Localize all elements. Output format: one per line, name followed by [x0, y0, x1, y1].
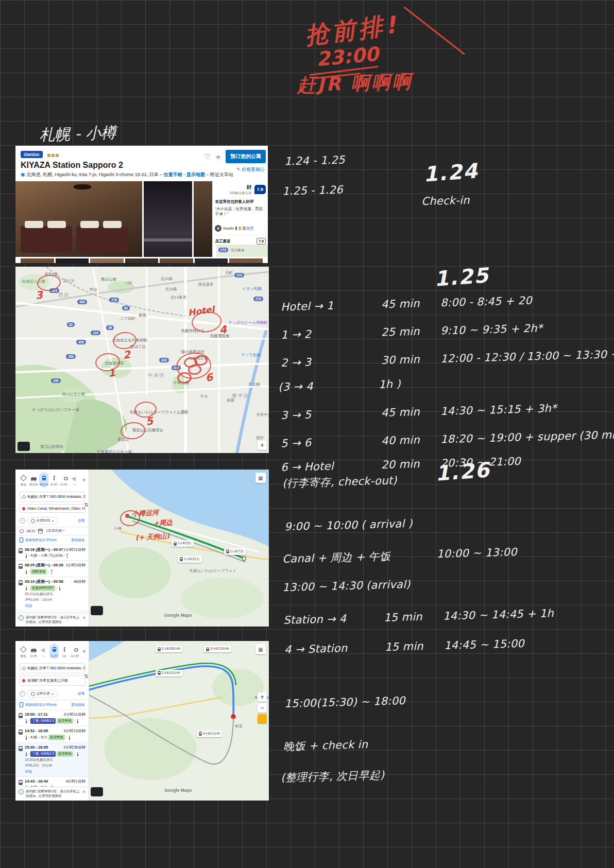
travel-mode-tab[interactable]: 2小时..	[60, 472, 69, 488]
price-match-link[interactable]: ✎ 价格更核心	[236, 166, 265, 173]
train-icon	[174, 542, 177, 546]
travel-mode-tab[interactable]: 1天	[60, 644, 69, 659]
options-link[interactable]: 选项	[78, 518, 84, 523]
origin-input[interactable]: 札幌站 日本〒060-0806 Hokkaido, Sap	[20, 663, 86, 673]
page-title: 札幌 - 小樽	[39, 122, 116, 146]
map-canvas[interactable]: 発寒6条宮の沢白色恋人公園農試公園八軒北24条元町環状通東イオン札幌琴似西区北1…	[15, 267, 269, 453]
map-label: さっぽろばんけいスキー場	[32, 407, 79, 412]
transit-route-option[interactable]: 08:26 (星期一) - 09:471小时21分钟 › 札幌～小樽: 円山経由…	[15, 545, 89, 561]
travel-mode-tab[interactable]: 11小时	[70, 644, 79, 659]
layers-icon[interactable]: ▦	[255, 473, 266, 483]
road-shield: 273	[218, 248, 228, 252]
transit-route-option[interactable]: 09:10 (星期一) - 09:5848分钟 › 快速AIRPORT › 09…	[15, 577, 89, 611]
street-view-pegman[interactable]	[258, 714, 267, 723]
route-duration-badge[interactable]: 1小时21分	[178, 556, 201, 563]
travel-mode-tab[interactable]: 3小时	[49, 644, 59, 659]
route-details-link[interactable]: 详情	[25, 603, 86, 609]
copy-link[interactable]: 复制链接	[71, 538, 84, 543]
road-shield: 453	[66, 354, 76, 359]
red-number-annotation: 4	[218, 323, 227, 337]
property-photo-main[interactable]	[15, 181, 142, 257]
mini-map[interactable]: 北13条東 273	[216, 245, 268, 257]
depart-time-value[interactable]: 08:20	[27, 529, 35, 533]
route-duration-badge[interactable]: 3小时13分钟	[204, 646, 231, 652]
options-link[interactable]: 选项	[78, 691, 84, 696]
photo-thumbnails[interactable]	[15, 257, 268, 263]
show-map-link[interactable]: 显示地图	[186, 172, 205, 177]
close-icon[interactable]: ×	[80, 477, 88, 483]
map-label: 環状通東	[198, 282, 213, 287]
close-icon[interactable]: ×	[80, 648, 88, 654]
property-photo-kitchen[interactable]	[144, 181, 192, 257]
travel-mode-tab[interactable]: 8小时	[49, 472, 59, 488]
destination-input[interactable]: Otaru Canal, Minatomachi, Otaru, Hokka	[20, 504, 86, 513]
map-label: 桑園	[139, 313, 146, 318]
train-icon	[19, 564, 23, 569]
biei-directions-screenshot: 美瑛Asahikawa AirportGoogle Maps 2小时26分钟3小…	[15, 641, 269, 801]
travel-mode-tab[interactable]: 48分钟	[39, 472, 48, 488]
zoom-out-button[interactable]: −	[258, 703, 267, 713]
score-badge: 7.9	[254, 185, 266, 194]
route-duration-badge[interactable]: 2小时26分钟	[156, 646, 183, 652]
transit-route-option[interactable]: 15:30 - 18:052小时35分钟 › 丁香, KAMUI 3 富良野线 …	[15, 743, 89, 777]
zoom-in-button[interactable]: +	[258, 441, 267, 450]
route-duration-badge[interactable]: 2小时11分钟	[156, 670, 182, 676]
zoom-in-button[interactable]: +	[258, 692, 267, 702]
map-label: 北18条	[165, 287, 177, 292]
handwritten-note-line: 6 → Hotel20 min20:30 ~ 21:00	[281, 455, 521, 474]
travel-mode-tab[interactable]: 2小时	[29, 644, 38, 659]
swap-icon[interactable]: ⇅	[84, 673, 89, 679]
property-photo-small[interactable]	[194, 181, 212, 257]
notebook-page: { "page":{"red_line1":"抢前排!","red_line2"…	[0, 0, 614, 868]
transit-route-option[interactable]: 14:52 - 18:053小时13分钟 › 札幌～旭川 富良野线 ›	[15, 726, 89, 743]
map-tools-chip[interactable]	[91, 787, 103, 796]
dismiss-icon[interactable]: ×	[83, 615, 86, 620]
road-shield: 276	[109, 298, 119, 302]
add-stop-icon[interactable]: +	[20, 691, 25, 697]
train-icon	[19, 713, 23, 718]
map-label: 北13条東	[170, 295, 186, 300]
road-shield: 453	[77, 300, 87, 304]
travel-mode-tab[interactable]: —	[70, 472, 79, 488]
favorite-heart-icon[interactable]: ♡	[204, 153, 211, 161]
staff-score-value: 7.9	[257, 238, 266, 245]
location-link[interactable]: 位置不错	[164, 172, 182, 177]
day2-heading: 1.25	[434, 263, 490, 290]
destination-input[interactable]: 美瑛町 日本北海道上川郡	[20, 675, 86, 686]
origin-input[interactable]: 札幌站 日本〒060-0806 Hokkaido, Sapp	[20, 492, 86, 502]
send-to-phone-link[interactable]: 将路线发送到 iPhone	[25, 703, 57, 707]
transit-route-option[interactable]: 15:00 - 17:112小时11分钟 › 丁香, KAMUI 3 富良野线 …	[15, 710, 89, 726]
train-icon	[19, 730, 23, 735]
reserve-button[interactable]: 预订您的公寓	[226, 150, 266, 163]
map-canvas[interactable]: 美瑛Asahikawa AirportGoogle Maps 2小时26分钟3小…	[89, 641, 269, 801]
depart-time-dropdown[interactable]: 出发时间▼	[27, 517, 58, 525]
walk-icon	[25, 586, 27, 591]
layers-icon[interactable]: ▦	[255, 644, 266, 654]
review-count[interactable]: 100条住客点评	[229, 191, 251, 196]
route-details-link[interactable]: 详情	[25, 769, 86, 774]
handwritten-note-line: Hotel → 145 min8:00 - 8:45 + 20	[281, 294, 532, 314]
route-duration-badge[interactable]: 1小时3分	[172, 540, 194, 547]
route-duration-badge[interactable]: 1小时7分	[224, 548, 246, 555]
travel-mode-tab[interactable]: 最佳	[19, 472, 28, 488]
transit-route-option[interactable]: 08:25 (星期一) - 09:281小时3分钟 › 函館本線 ›	[15, 561, 89, 577]
depart-date-value[interactable]: 1月26日周一	[46, 529, 65, 533]
travel-mode-tab[interactable]: —	[39, 644, 48, 659]
add-stop-icon[interactable]: +	[20, 518, 25, 524]
share-icon[interactable]: ∝	[216, 153, 220, 161]
road-shield: 89	[106, 325, 114, 330]
route-duration-badge[interactable]: 4小时1分钟	[197, 731, 222, 737]
phone-icon	[20, 702, 23, 707]
map-canvas[interactable]: 小樽札幌もいわ山ロープウェイGoogle Maps 1小时3分1小时21分1小时…	[89, 470, 269, 627]
travel-mode-tab[interactable]: 45分钟	[29, 472, 38, 488]
depart-time-dropdown[interactable]: 立即出发▼	[27, 690, 58, 698]
map-tools-chip[interactable]	[18, 442, 30, 451]
dismiss-icon[interactable]: ×	[83, 789, 86, 794]
walk-icon	[50, 570, 53, 574]
copy-link[interactable]: 复制链接	[71, 703, 84, 707]
walk-icon	[25, 570, 27, 574]
travel-mode-tab[interactable]: 最佳	[19, 644, 28, 659]
map-tools-chip[interactable]	[91, 606, 103, 615]
send-to-phone-link[interactable]: 将路线发送到 iPhone	[25, 538, 57, 543]
swap-icon[interactable]: ⇅	[84, 502, 89, 508]
